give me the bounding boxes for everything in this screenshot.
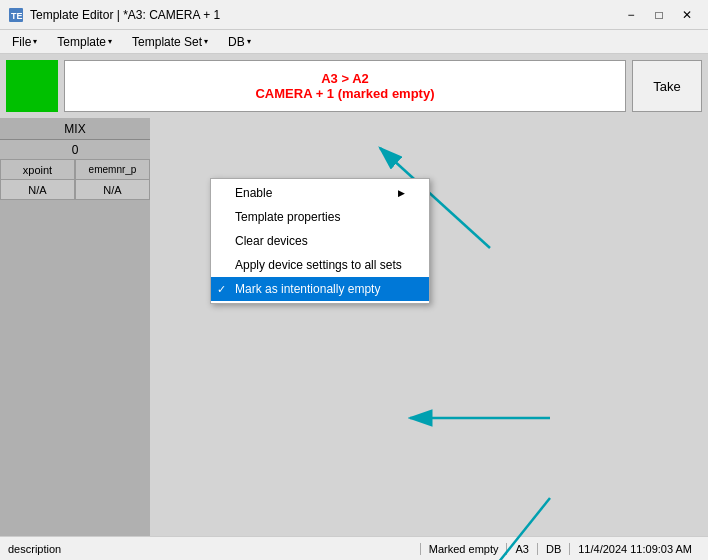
context-menu: Enable ▶ Template properties Clear devic… [210,178,430,304]
context-menu-clear-devices-label: Clear devices [235,234,308,248]
window-controls: − □ ✕ [618,4,700,26]
grid-col-ememnr: ememnr_p [75,160,150,180]
status-marked-empty: Marked empty [420,543,507,555]
status-db: DB [537,543,569,555]
menu-template-set[interactable]: Template Set ▾ [124,33,216,51]
status-datetime: 11/4/2024 11:09:03 AM [569,543,700,555]
main-content: A3 > A2 CAMERA + 1 (marked empty) Take M… [0,54,708,536]
status-bar: description Marked empty A3 DB 11/4/2024… [0,536,708,560]
grid-val-xpoint: N/A [0,180,75,200]
context-menu-apply-device-settings[interactable]: Apply device settings to all sets [211,253,429,277]
close-button[interactable]: ✕ [674,4,700,26]
context-menu-template-properties[interactable]: Template properties [211,205,429,229]
menu-template-arrow: ▾ [108,37,112,46]
menu-bar: File ▾ Template ▾ Template Set ▾ DB ▾ [0,30,708,54]
grid-col-xpoint: xpoint [0,160,75,180]
menu-template-set-arrow: ▾ [204,37,208,46]
arrow-to-context-menu [400,398,560,438]
header-area: A3 > A2 CAMERA + 1 (marked empty) Take [0,54,708,118]
context-menu-enable-arrow: ▶ [398,188,405,198]
work-area: Enable ▶ Template properties Clear devic… [150,118,708,536]
green-indicator [6,60,58,112]
grid-mix-value: 0 [0,140,150,160]
grid-val-ememnr: N/A [75,180,150,200]
status-a3-a2: A3 > A2 [321,71,369,86]
grid-col-values: N/A N/A [0,180,150,200]
context-menu-enable-label: Enable [235,186,272,200]
title-bar: TE Template Editor | *A3: CAMERA + 1 − □… [0,0,708,30]
status-camera: CAMERA + 1 (marked empty) [255,86,434,101]
status-right: Marked empty A3 DB 11/4/2024 11:09:03 AM [420,543,700,555]
context-menu-mark-intentionally-empty-label: Mark as intentionally empty [235,282,380,296]
context-menu-mark-intentionally-empty[interactable]: ✓ Mark as intentionally empty [211,277,429,301]
context-menu-apply-device-settings-label: Apply device settings to all sets [235,258,402,272]
maximize-button[interactable]: □ [646,4,672,26]
context-menu-enable[interactable]: Enable ▶ [211,181,429,205]
menu-file[interactable]: File ▾ [4,33,45,51]
minimize-button[interactable]: − [618,4,644,26]
take-button[interactable]: Take [632,60,702,112]
title-bar-left: TE Template Editor | *A3: CAMERA + 1 [8,7,220,23]
context-menu-clear-devices[interactable]: Clear devices [211,229,429,253]
svg-text:TE: TE [11,11,23,21]
left-sidebar: MIX 0 xpoint ememnr_p N/A N/A [0,118,150,536]
content-area: MIX 0 xpoint ememnr_p N/A N/A Enable ▶ T… [0,118,708,536]
context-menu-template-properties-label: Template properties [235,210,340,224]
status-box: A3 > A2 CAMERA + 1 (marked empty) [64,60,626,112]
grid-col-headers: xpoint ememnr_p [0,160,150,180]
status-description: description [8,543,420,555]
grid-mix-header: MIX [0,118,150,140]
menu-file-arrow: ▾ [33,37,37,46]
app-icon: TE [8,7,24,23]
status-a3: A3 [506,543,536,555]
menu-db-arrow: ▾ [247,37,251,46]
checkmark-icon: ✓ [217,283,226,296]
menu-template[interactable]: Template ▾ [49,33,120,51]
window-title: Template Editor | *A3: CAMERA + 1 [30,8,220,22]
menu-db[interactable]: DB ▾ [220,33,259,51]
